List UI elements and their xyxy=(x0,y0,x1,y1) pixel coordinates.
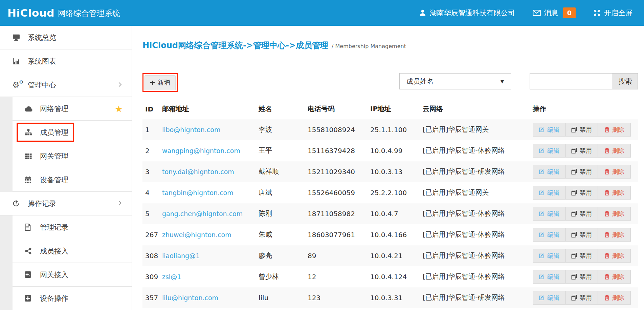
sidebar-item-device-management[interactable]: 设备管理 xyxy=(13,168,132,192)
search-input[interactable] xyxy=(530,73,613,89)
edit-button[interactable]: 编辑 xyxy=(533,165,565,178)
cell-actions: 编辑 禁用 删除 xyxy=(530,140,638,161)
cell-name: 王平 xyxy=(256,140,305,161)
sidebar-item-system-charts[interactable]: 系统图表 xyxy=(0,49,132,73)
sidebar-item-label: 管理记录 xyxy=(40,223,68,232)
email-link[interactable]: gang.chen@hignton.com xyxy=(162,210,243,218)
disable-button[interactable]: 禁用 xyxy=(565,123,598,136)
add-member-button[interactable]: 新增 xyxy=(145,75,176,90)
disable-button[interactable]: 禁用 xyxy=(565,207,598,220)
edit-icon xyxy=(539,148,545,153)
sitemap-icon xyxy=(24,129,36,136)
email-link[interactable]: tony.dai@hignton.com xyxy=(162,168,234,175)
delete-button[interactable]: 删除 xyxy=(598,144,630,157)
sidebar-item-member-management[interactable]: 成员管理 xyxy=(13,121,132,144)
edit-button[interactable]: 编辑 xyxy=(533,291,565,304)
email-link[interactable]: libo@hignton.com xyxy=(162,126,220,133)
cloud-icon xyxy=(24,105,36,112)
search-button[interactable]: 搜索 xyxy=(613,73,638,89)
col-email: 邮箱地址 xyxy=(159,100,256,119)
cell-network: [已启用]华辰智通-体验网络 xyxy=(420,266,530,287)
cell-actions: 编辑 禁用 删除 xyxy=(530,161,638,182)
cell-email: zhuwei@hignton.com xyxy=(159,224,256,245)
row-action-group: 编辑 禁用 删除 xyxy=(533,165,631,179)
cell-actions: 编辑 禁用 删除 xyxy=(530,119,638,140)
cell-ip: 10.0.3.31 xyxy=(368,287,420,308)
clone-icon xyxy=(571,190,577,195)
delete-button[interactable]: 删除 xyxy=(598,228,630,241)
sidebar-item-gateway-access[interactable]: 网关接入 xyxy=(13,263,132,287)
trash-icon xyxy=(604,253,609,259)
sidebar-item-system-overview[interactable]: 系统总览 xyxy=(0,26,132,49)
email-link[interactable]: zhuwei@hignton.com xyxy=(162,231,231,239)
disable-button[interactable]: 禁用 xyxy=(565,144,598,157)
disable-button[interactable]: 禁用 xyxy=(565,165,598,178)
cell-id: 3 xyxy=(142,161,159,182)
sidebar-item-management-center[interactable]: ⚙⚙ 管理中心 xyxy=(0,73,132,97)
chevron-right-icon xyxy=(118,81,122,89)
edit-button[interactable]: 编辑 xyxy=(533,249,565,262)
sidebar-item-gateway-management[interactable]: 网关管理 xyxy=(13,144,132,168)
sidebar-item-operation-records[interactable]: 操作记录 xyxy=(0,192,132,215)
cell-id: 267 xyxy=(142,224,159,245)
delete-button[interactable]: 删除 xyxy=(598,123,630,136)
sidebar-item-label: 操作记录 xyxy=(28,199,56,208)
edit-button[interactable]: 编辑 xyxy=(533,207,565,220)
delete-button[interactable]: 删除 xyxy=(598,165,630,178)
email-link[interactable]: zsl@1 xyxy=(162,273,181,281)
sidebar-item-label: 网关管理 xyxy=(40,151,68,161)
delete-button[interactable]: 删除 xyxy=(598,186,630,199)
cell-network: [已启用]华辰智通网关 xyxy=(420,182,530,203)
cell-actions: 编辑 禁用 删除 xyxy=(530,287,638,308)
cell-name: lilu xyxy=(256,287,305,308)
company-account[interactable]: 湖南华辰智通科技有限公司 xyxy=(419,8,515,18)
fullscreen-label: 开启全屏 xyxy=(604,8,632,18)
edit-icon xyxy=(539,295,545,301)
table-row: 5 gang.chen@hignton.com 陈刚 18711058982 1… xyxy=(142,203,638,224)
table-row: 308 liaoliang@1 廖亮 89 10.0.4.21 [已启用]华辰智… xyxy=(142,245,638,266)
disable-button[interactable]: 禁用 xyxy=(565,228,598,241)
cell-name: 陈刚 xyxy=(256,203,305,224)
company-name: 湖南华辰智通科技有限公司 xyxy=(430,8,515,18)
edit-button[interactable]: 编辑 xyxy=(533,186,565,199)
email-link[interactable]: liaoliang@1 xyxy=(162,252,200,260)
edit-icon xyxy=(539,274,545,280)
delete-button[interactable]: 删除 xyxy=(598,291,630,304)
disable-button[interactable]: 禁用 xyxy=(565,291,598,304)
table-row: 309 zsl@1 曾少林 12 10.0.4.124 [已启用]华辰智通-体验… xyxy=(142,266,638,287)
table-row: 1 libo@hignton.com 李波 15581008924 25.1.1… xyxy=(142,119,638,140)
disable-button[interactable]: 禁用 xyxy=(565,249,598,262)
breadcrumb-path: HiCloud网络综合管理系统->管理中心->成员管理 xyxy=(142,40,328,51)
email-link[interactable]: lilu@hignton.com xyxy=(162,294,218,302)
row-action-group: 编辑 禁用 删除 xyxy=(533,186,631,200)
fullscreen-button[interactable]: 开启全屏 xyxy=(593,8,632,18)
disable-button[interactable]: 禁用 xyxy=(565,186,598,199)
member-filter-select[interactable]: 成员姓名 ▼ xyxy=(399,73,511,89)
cell-email: zsl@1 xyxy=(159,266,256,287)
messages-label: 消息 xyxy=(544,8,558,18)
clone-icon xyxy=(571,127,577,132)
sidebar-item-network-management[interactable]: 网络管理 ★ xyxy=(13,97,132,121)
delete-button[interactable]: 删除 xyxy=(598,270,630,283)
messages-button[interactable]: 消息 0 xyxy=(533,7,576,18)
delete-button[interactable]: 删除 xyxy=(598,249,630,262)
sidebar-item-management-records[interactable]: 管理记录 xyxy=(13,215,132,239)
disable-button[interactable]: 禁用 xyxy=(565,270,598,283)
sidebar-item-label: 系统图表 xyxy=(28,57,56,66)
sidebar-item-device-operations[interactable]: 设备操作 xyxy=(13,287,132,310)
email-link[interactable]: tangbin@hignton.com xyxy=(162,189,234,197)
email-link[interactable]: wangping@hignton.com xyxy=(162,147,240,154)
sidebar-item-label: 网络管理 xyxy=(40,104,68,113)
cell-ip: 25.2.2.100 xyxy=(368,182,420,203)
edit-button[interactable]: 编辑 xyxy=(533,144,565,157)
sidebar-item-member-access[interactable]: 成员接入 xyxy=(13,239,132,263)
history-icon xyxy=(12,200,24,207)
edit-button[interactable]: 编辑 xyxy=(533,123,565,136)
edit-button[interactable]: 编辑 xyxy=(533,228,565,241)
cell-name: 李波 xyxy=(256,119,305,140)
cell-network: [已启用]华辰智通-体验网络 xyxy=(420,140,530,161)
edit-icon xyxy=(539,211,545,216)
delete-button[interactable]: 删除 xyxy=(598,207,630,220)
cell-name: 曾少林 xyxy=(256,266,305,287)
edit-button[interactable]: 编辑 xyxy=(533,270,565,283)
